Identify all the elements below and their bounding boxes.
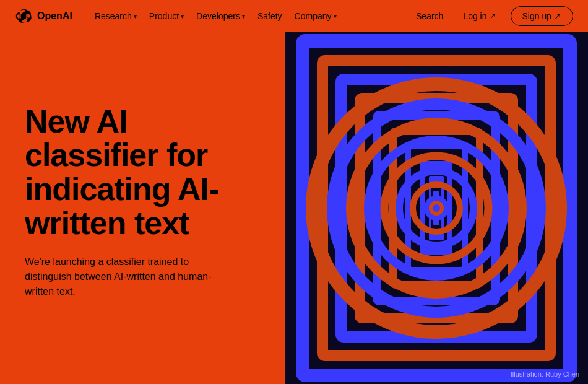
openai-logo[interactable]: OpenAI — [15, 7, 72, 25]
login-arrow-icon: ↗ — [490, 12, 496, 20]
svg-point-22 — [433, 204, 440, 212]
nav-links: Research ▾ Product ▾ Developers ▾ Safety… — [90, 7, 342, 25]
hero-subtitle: We're launching a classifier trained to … — [25, 255, 235, 299]
nav-link-research[interactable]: Research ▾ — [90, 7, 142, 25]
signup-button[interactable]: Sign up ↗ — [511, 6, 573, 26]
nav-link-developers[interactable]: Developers ▾ — [191, 7, 250, 25]
product-chevron-icon: ▾ — [181, 13, 184, 20]
research-chevron-icon: ▾ — [134, 13, 137, 20]
hero-text-section: New AI classifier for indicating AI-writ… — [0, 32, 285, 384]
hero-image-section: Illustration: Ruby Chen — [285, 32, 588, 384]
search-button[interactable]: Search — [411, 7, 448, 25]
nav-left: OpenAI Research ▾ Product ▾ Developers ▾… — [15, 7, 342, 25]
nav-right: Search Log in ↗ Sign up ↗ — [411, 6, 573, 26]
hero-illustration — [285, 32, 588, 384]
illustration-caption: Illustration: Ruby Chen — [511, 370, 579, 378]
navbar: OpenAI Research ▾ Product ▾ Developers ▾… — [0, 0, 588, 32]
openai-logo-text: OpenAI — [37, 11, 72, 22]
developers-chevron-icon: ▾ — [242, 13, 245, 20]
company-chevron-icon: ▾ — [334, 13, 337, 20]
login-button[interactable]: Log in ↗ — [458, 7, 500, 25]
nav-link-company[interactable]: Company ▾ — [290, 7, 342, 25]
nav-link-product[interactable]: Product ▾ — [144, 7, 189, 25]
main-content: New AI classifier for indicating AI-writ… — [0, 32, 588, 384]
openai-logo-icon — [15, 7, 32, 25]
signup-arrow-icon: ↗ — [554, 11, 561, 21]
nav-link-safety[interactable]: Safety — [253, 7, 287, 25]
artwork-container: Illustration: Ruby Chen — [285, 32, 588, 384]
hero-title: New AI classifier for indicating AI-writ… — [25, 105, 260, 240]
